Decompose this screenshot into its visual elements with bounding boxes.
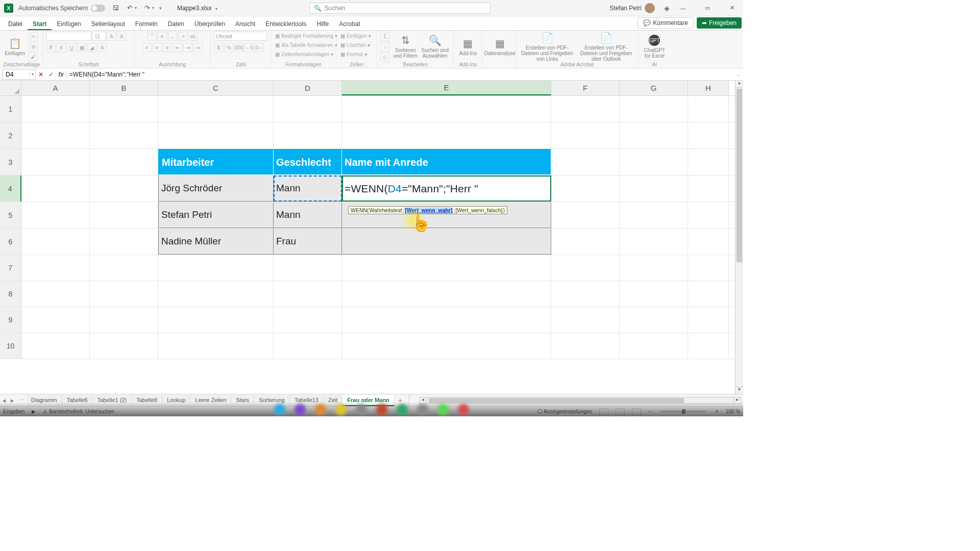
- cell[interactable]: [158, 122, 274, 148]
- cell[interactable]: [551, 255, 620, 281]
- cell[interactable]: [274, 96, 342, 122]
- cell[interactable]: [90, 281, 158, 307]
- cell[interactable]: [551, 202, 620, 228]
- row-header-8[interactable]: 8: [0, 281, 21, 307]
- cell[interactable]: [90, 176, 158, 202]
- table-header-geschlecht[interactable]: Geschlecht: [274, 149, 342, 175]
- filename-dropdown-icon[interactable]: ▾: [215, 7, 217, 11]
- fill-icon[interactable]: ↓: [380, 42, 389, 52]
- clear-icon[interactable]: ◇: [380, 53, 389, 62]
- cell[interactable]: [688, 176, 729, 202]
- cell[interactable]: [158, 255, 274, 281]
- scroll-right-icon[interactable]: ►: [733, 397, 741, 404]
- cell[interactable]: [688, 149, 729, 175]
- cut-icon[interactable]: ✂: [29, 32, 38, 41]
- col-header-D[interactable]: D: [274, 81, 342, 95]
- col-header-A[interactable]: A: [21, 81, 90, 95]
- cell-D4[interactable]: Mann: [274, 176, 342, 202]
- cell-E4-editing[interactable]: =WENN(D4="Mann";"Herr ": [342, 176, 551, 202]
- cell[interactable]: [90, 229, 158, 255]
- cell[interactable]: [342, 333, 551, 359]
- cell[interactable]: [342, 255, 551, 281]
- addins-button[interactable]: ▦Add-Ins: [457, 38, 479, 56]
- cell[interactable]: [274, 307, 342, 333]
- cell[interactable]: [551, 96, 620, 122]
- cell[interactable]: [90, 307, 158, 333]
- indent-increase-icon[interactable]: ⇥: [183, 43, 192, 52]
- percent-icon[interactable]: %: [224, 43, 233, 52]
- cell[interactable]: [21, 122, 90, 148]
- conditional-formatting-button[interactable]: ▦ Bedingte Formatierung ▾: [274, 32, 338, 40]
- scroll-down-icon[interactable]: ▼: [736, 387, 743, 394]
- row-header-3[interactable]: 3: [0, 149, 21, 175]
- bold-icon[interactable]: F: [46, 43, 56, 52]
- copy-icon[interactable]: ⧉: [29, 42, 38, 52]
- zoom-slider[interactable]: [660, 411, 706, 412]
- col-header-B[interactable]: B: [90, 81, 158, 95]
- row-header-9[interactable]: 9: [0, 307, 21, 333]
- table-header-anrede[interactable]: Name mit Anrede: [342, 149, 551, 175]
- cell[interactable]: [342, 281, 551, 307]
- font-size-input[interactable]: [92, 32, 106, 41]
- cell[interactable]: [551, 307, 620, 333]
- cell[interactable]: [21, 333, 90, 359]
- horizontal-scrollbar[interactable]: ◄ ►: [419, 397, 741, 404]
- cell[interactable]: [688, 307, 729, 333]
- cell[interactable]: [158, 307, 274, 333]
- cell[interactable]: [274, 255, 342, 281]
- zoom-in-icon[interactable]: +: [716, 409, 719, 414]
- cell-C5[interactable]: Stefan Petri: [158, 202, 274, 228]
- cell[interactable]: [342, 307, 551, 333]
- cell[interactable]: [620, 255, 688, 281]
- underline-icon[interactable]: U: [67, 43, 76, 52]
- autosave-toggle[interactable]: [91, 5, 105, 12]
- comments-button[interactable]: 💬 Kommentare: [638, 17, 694, 29]
- insert-cells-button[interactable]: ▦ Einfügen ▾: [339, 32, 372, 40]
- scroll-thumb[interactable]: [429, 398, 684, 403]
- cell[interactable]: [21, 255, 90, 281]
- create-pdf-outlook-button[interactable]: 📄Erstellen von PDF-Dateien und Freigeben…: [577, 32, 635, 62]
- cell[interactable]: [620, 176, 688, 202]
- sheet-nav-next-icon[interactable]: ►: [8, 397, 16, 404]
- sheet-tab[interactable]: Tabelle6: [62, 395, 93, 406]
- indent-decrease-icon[interactable]: ⇤: [173, 43, 182, 52]
- cell[interactable]: [274, 281, 342, 307]
- row-header-10[interactable]: 10: [0, 333, 21, 359]
- redo-dropdown-icon[interactable]: ▾: [152, 6, 154, 10]
- cell[interactable]: [551, 176, 620, 202]
- cell[interactable]: [551, 229, 620, 255]
- cell[interactable]: [620, 307, 688, 333]
- status-macro-icon[interactable]: ▶: [32, 409, 36, 414]
- row-header-2[interactable]: 2: [0, 122, 21, 148]
- row-header-6[interactable]: 6: [0, 229, 21, 255]
- zoom-out-icon[interactable]: −: [648, 409, 651, 414]
- cell[interactable]: [90, 149, 158, 175]
- close-button[interactable]: ✕: [721, 0, 743, 16]
- cell[interactable]: [620, 333, 688, 359]
- tooltip-current-arg[interactable]: [Wert_wenn_wahr]: [404, 207, 453, 213]
- qat-customize-icon[interactable]: ▾: [159, 6, 162, 11]
- cell[interactable]: [620, 229, 688, 255]
- sheet-tab[interactable]: Leere Zeilen: [190, 395, 231, 406]
- vertical-scrollbar[interactable]: ▲ ▼: [735, 81, 743, 394]
- cell[interactable]: [620, 96, 688, 122]
- account-name[interactable]: Stefan Petri: [609, 5, 642, 12]
- find-select-button[interactable]: 🔍Suchen und Auswählen: [421, 35, 449, 59]
- formula-input[interactable]: =WENN(D4="Mann";"Herr ": [66, 71, 144, 78]
- tab-file[interactable]: Datei: [3, 17, 28, 30]
- tab-seitenlayout[interactable]: Seitenlayout: [86, 17, 130, 30]
- row-header-7[interactable]: 7: [0, 255, 21, 281]
- undo-dropdown-icon[interactable]: ▾: [135, 6, 137, 10]
- tab-formeln[interactable]: Formeln: [130, 17, 163, 30]
- cell[interactable]: [90, 333, 158, 359]
- cell-styles-button[interactable]: ▦ Zellenformatvorlagen ▾: [274, 50, 334, 59]
- sort-filter-button[interactable]: ⇅Sortieren und Filtern: [391, 35, 419, 59]
- col-header-F[interactable]: F: [551, 81, 620, 95]
- cell[interactable]: [21, 307, 90, 333]
- cell[interactable]: [21, 176, 90, 202]
- cell[interactable]: [90, 122, 158, 148]
- border-icon[interactable]: ▦: [77, 43, 86, 52]
- view-normal-icon[interactable]: [599, 408, 608, 415]
- cell[interactable]: [158, 96, 274, 122]
- align-right-icon[interactable]: ≡: [163, 43, 172, 52]
